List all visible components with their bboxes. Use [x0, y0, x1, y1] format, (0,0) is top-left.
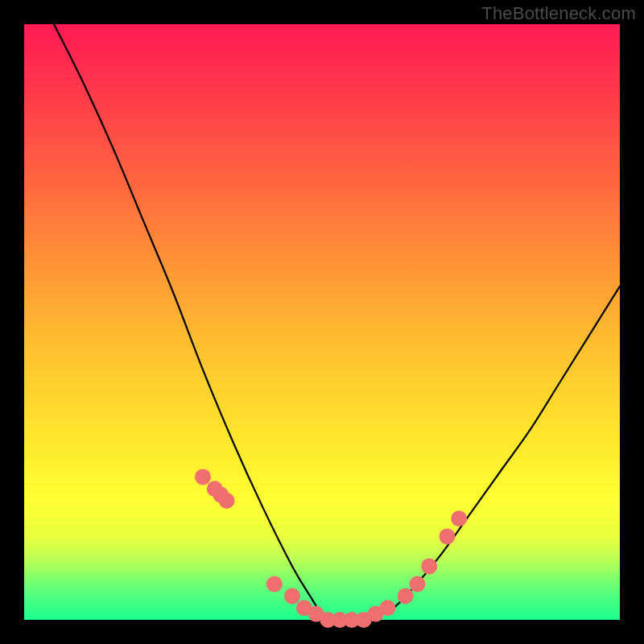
highlight-dot	[195, 469, 211, 485]
highlight-dots-group	[195, 469, 467, 628]
highlight-dot	[219, 493, 235, 509]
chart-svg	[24, 24, 620, 620]
highlight-dot	[451, 510, 467, 526]
highlight-dot	[398, 588, 414, 604]
highlight-dot	[284, 588, 300, 604]
highlight-dot	[409, 576, 425, 592]
highlight-dot	[379, 600, 395, 616]
highlight-dot	[421, 558, 437, 574]
highlight-dot	[439, 528, 455, 544]
outer-frame: TheBottleneck.com	[0, 0, 644, 644]
highlight-dot	[266, 576, 283, 592]
watermark-text: TheBottleneck.com	[481, 3, 636, 24]
plot-area	[24, 24, 620, 620]
bottleneck-curve	[54, 24, 620, 621]
